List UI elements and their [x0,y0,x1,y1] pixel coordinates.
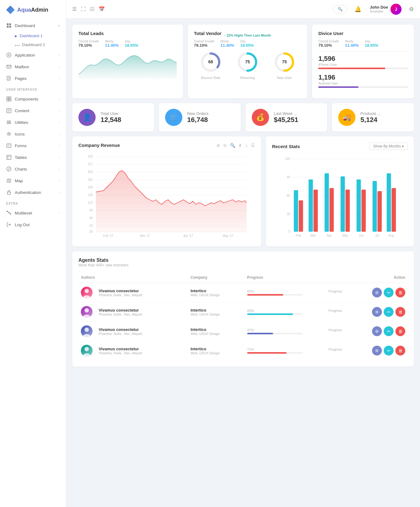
sidebar-item-content[interactable]: Content › [0,105,66,116]
svg-rect-79 [386,173,391,232]
table-row: Vivamus consectetur Pharetra, Nulla , Ne… [78,322,408,341]
menu-icon[interactable]: ☰ [72,6,77,12]
svg-text:0: 0 [288,230,290,233]
svg-rect-78 [377,191,382,232]
settings-action-button[interactable]: ⚙ [372,307,382,317]
svg-rect-69 [308,179,313,232]
settings-action-button[interactable]: ⚙ [372,326,382,336]
device-overall: Overall Growth 79.10% [318,40,339,48]
sidebar-item-charts[interactable]: Charts › [0,163,66,175]
show-by-button[interactable]: Show By Months ▾ [369,143,408,150]
iphone-row: 1,596 iPhone User [318,55,408,69]
main-content: ☰ ⛶ ☑ 📅 🔍 🔔 John Doe Available J ⚙ Total… [66,0,420,507]
products-icon: 🚚 [338,109,355,126]
stat-card-products: 🚚 Products ... 5,124 [332,103,414,132]
sidebar-item-utilities[interactable]: Utilities › [0,116,66,128]
edit-action-button[interactable]: ✏ [384,288,394,297]
expand-icon[interactable]: ⛶ [81,6,86,12]
search-icon: 🔍 [338,7,343,11]
donut-returning: 75 Returning [237,51,258,80]
total-vendor-title: Total Vendor [194,31,222,36]
application-icon [6,52,12,58]
ui-section-label: User Interface [0,84,66,93]
svg-text:Feb '17: Feb '17 [103,234,113,238]
svg-text:Apr '17: Apr '17 [183,234,193,238]
sidebar-item-forms[interactable]: Forms › [0,140,66,151]
download-icon[interactable]: ⬇ [238,143,242,148]
home-icon[interactable]: ⌂ [245,143,248,148]
svg-rect-20 [8,212,10,213]
svg-rect-68 [299,200,303,232]
sidebar-item-tables[interactable]: Tables › [0,151,66,163]
sidebar-item-dashboard[interactable]: Dashboard ▾ [0,20,66,31]
svg-rect-75 [356,179,361,232]
svg-text:120: 120 [285,157,290,160]
user-status: Available [370,10,388,13]
svg-rect-5 [7,65,11,68]
svg-rect-10 [9,99,11,101]
svg-text:158: 158 [88,186,93,189]
svg-text:Aug: Aug [388,234,394,237]
svg-rect-74 [345,190,350,232]
total-leads-title: Total Leads [78,31,177,36]
user-info: John Doe Available J [370,4,402,15]
pages-icon [6,76,12,81]
menu-chart-icon[interactable]: ☰ [251,143,255,148]
device-user-title: Divice User [318,31,408,36]
edit-action-button[interactable]: ✏ [384,326,394,336]
delete-action-button[interactable]: 🗑 [395,307,405,317]
leads-overall: Overall Growth 79.10% [78,40,99,48]
sidebar-item-components[interactable]: Components › [0,93,66,105]
multilevel-icon [6,210,12,216]
svg-rect-67 [294,190,298,232]
svg-rect-71 [324,173,329,232]
svg-rect-2 [7,26,9,28]
edit-action-button[interactable]: ✏ [384,307,394,317]
total-user-icon: 👤 [78,109,96,126]
user-name: John Doe [370,5,388,10]
col-progress: Progress [245,272,345,283]
sidebar-item-multilevel[interactable]: Multilevel › [0,207,66,219]
delete-action-button[interactable]: 🗑 [395,288,405,297]
svg-rect-8 [9,97,11,99]
sidebar-item-map[interactable]: Map › [0,175,66,187]
vendor-day: Day 18.55% [240,40,254,48]
delete-action-button[interactable]: 🗑 [395,346,405,356]
revenue-toolbar[interactable]: ⊕ ⊖ 🔍 ⬇ ⌂ ☰ [216,143,255,148]
settings-icon[interactable]: ⚙ [409,6,414,13]
settings-action-button[interactable]: ⚙ [372,288,382,297]
notification-icon[interactable]: 🔔 [355,6,361,13]
edit-action-button[interactable]: ✏ [384,346,394,356]
topbar-left-icons: ☰ ⛶ ☑ 📅 [72,6,105,12]
search-chart-icon[interactable]: 🔍 [230,143,235,148]
sidebar-item-pages[interactable]: Pages › [0,73,66,84]
zoom-out-icon[interactable]: ⊕ [216,143,220,148]
svg-rect-80 [391,188,396,232]
svg-text:May: May [342,234,348,237]
sidebar-item-icons[interactable]: Icons › [0,128,66,140]
svg-text:Jun: Jun [359,234,363,237]
svg-text:89: 89 [89,209,93,212]
sidebar-item-logout[interactable]: Log Out [0,219,66,230]
check-icon[interactable]: ☑ [90,6,94,12]
dashboard-arrow: ▾ [58,24,60,27]
android-row: 1,196 Android User [318,73,408,88]
svg-text:May '17: May '17 [223,234,234,238]
sidebar-item-mailbox[interactable]: Mailbox › [0,61,66,73]
device-stats: Overall Growth 79.10% Monty 11.40% Day 1… [318,40,408,48]
delete-action-button[interactable]: 🗑 [395,326,405,336]
tables-icon [6,155,12,160]
zoom-in-icon[interactable]: ⊖ [223,143,227,148]
svg-text:75: 75 [282,59,287,64]
svg-rect-1 [9,23,11,25]
sidebar-item-dashboard1[interactable]: Dashboard 1 [0,31,66,40]
logo-text: AquaAdmin [17,7,48,13]
sidebar-item-dashboard2[interactable]: Dashboard 2 [0,40,66,49]
agents-title: Agents Stats [78,257,408,263]
sidebar-item-authentication[interactable]: Authentication › [0,187,66,198]
settings-action-button[interactable]: ⚙ [372,346,382,356]
search-box[interactable]: 🔍 [333,5,347,13]
calendar-icon[interactable]: 📅 [99,6,105,12]
sidebar: AquaAdmin Dashboard ▾ Dashboard 1 Dashbo… [0,0,66,507]
sidebar-item-application[interactable]: Application › [0,49,66,61]
